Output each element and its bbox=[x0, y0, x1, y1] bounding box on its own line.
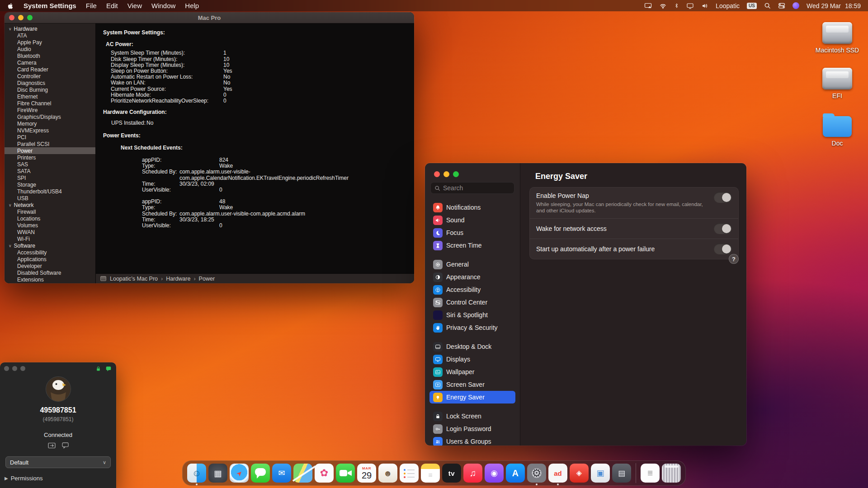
system-settings[interactable]: ⚙ bbox=[527, 464, 546, 483]
sysinfo-sidebar-item[interactable]: ∨ Accessibility bbox=[5, 249, 95, 256]
zoom-button[interactable] bbox=[453, 171, 459, 177]
active-app-menu[interactable]: System Settings bbox=[24, 2, 76, 9]
launchpad[interactable]: ▦ bbox=[208, 464, 227, 483]
sysinfo-sidebar-item[interactable]: ∨ Disabled Software bbox=[5, 269, 95, 276]
messages[interactable] bbox=[251, 464, 270, 483]
settings-sidebar-item[interactable]: Appearance bbox=[429, 271, 515, 283]
sysinfo-sidebar-item[interactable]: ∨ Thunderbolt/USB4 bbox=[5, 188, 95, 195]
maps[interactable] bbox=[293, 464, 312, 483]
sysinfo-sidebar-item[interactable]: ∨ Developer bbox=[5, 263, 95, 269]
sysinfo-sidebar-item[interactable]: ∨ Power bbox=[5, 147, 95, 154]
menu-item[interactable]: View bbox=[127, 2, 142, 9]
sysinfo-sidebar-item[interactable]: ∨ NVMExpress bbox=[5, 127, 95, 134]
sysinfo-sidebar-item[interactable]: ∨ Printers bbox=[5, 154, 95, 161]
settings-sidebar-item[interactable]: Accessibility bbox=[429, 283, 515, 296]
user-menu-label[interactable]: Loopatic bbox=[716, 2, 740, 9]
settings-sidebar-item[interactable]: Users & Groups bbox=[429, 435, 515, 446]
zoom-button[interactable] bbox=[20, 366, 25, 371]
sysinfo-sidebar-item[interactable]: ∨ SATA bbox=[5, 168, 95, 174]
music[interactable]: ♫ bbox=[463, 464, 482, 483]
sysinfo-titlebar[interactable]: Mac Pro bbox=[5, 12, 414, 23]
startup-after-failure-toggle[interactable] bbox=[714, 244, 732, 254]
utility[interactable]: ▤ bbox=[612, 464, 631, 483]
red-app[interactable]: ◈ bbox=[570, 464, 589, 483]
preview[interactable]: ▣ bbox=[591, 464, 610, 483]
chat-icon[interactable] bbox=[105, 366, 112, 374]
sysinfo-sidebar-item[interactable]: ∨ SPI bbox=[5, 174, 95, 181]
control-center-icon[interactable] bbox=[778, 2, 785, 9]
desktop-icon[interactable]: Macintosh SSD bbox=[816, 22, 859, 54]
notes[interactable]: ≡ bbox=[421, 464, 440, 483]
sysinfo-sidebar-item[interactable]: ∨ WWAN bbox=[5, 229, 95, 235]
search-input[interactable] bbox=[443, 184, 510, 192]
mail[interactable]: ✉ bbox=[272, 464, 291, 483]
close-button[interactable] bbox=[9, 15, 14, 20]
sysinfo-sidebar-item[interactable]: ∨ Card Reader bbox=[5, 66, 95, 73]
sysinfo-sidebar-item[interactable]: ∨ Fibre Channel bbox=[5, 100, 95, 107]
help-button[interactable]: ? bbox=[729, 254, 739, 264]
settings-sidebar-item[interactable]: General bbox=[429, 258, 515, 271]
disclosure-triangle-icon[interactable]: ∨ bbox=[9, 203, 12, 207]
zoom-button[interactable] bbox=[27, 15, 33, 20]
sysinfo-sidebar-item[interactable]: ∨ Network bbox=[5, 202, 95, 208]
sysinfo-sidebar-item[interactable]: ∨ Extensions bbox=[5, 276, 95, 283]
sysinfo-sidebar-item[interactable]: ∨ Applications bbox=[5, 256, 95, 263]
spotlight-search-icon[interactable] bbox=[764, 2, 771, 9]
sysinfo-sidebar-item[interactable]: ∨ Diagnostics bbox=[5, 80, 95, 86]
sysinfo-sidebar-item[interactable]: ∨ USB bbox=[5, 195, 95, 202]
display-icon[interactable] bbox=[686, 3, 694, 9]
safari[interactable]: ➤ bbox=[230, 464, 249, 483]
disclosure-triangle-icon[interactable]: ∨ bbox=[9, 27, 12, 31]
disclosure-triangle-icon[interactable]: ∨ bbox=[9, 244, 12, 248]
sysinfo-sidebar-item[interactable]: ∨ Hardware bbox=[5, 25, 95, 32]
menu-clock[interactable]: Wed 29 Mar 18:59 bbox=[807, 2, 861, 9]
minimize-button[interactable] bbox=[12, 366, 17, 371]
facetime[interactable] bbox=[336, 464, 355, 483]
tv[interactable]: tv bbox=[442, 464, 461, 483]
sysinfo-sidebar-item[interactable]: ∨ SAS bbox=[5, 161, 95, 168]
settings-sidebar-item[interactable]: Focus bbox=[429, 226, 515, 239]
photos[interactable]: ✿ bbox=[315, 464, 334, 483]
menu-item[interactable]: File bbox=[86, 2, 97, 9]
bluetooth-icon[interactable] bbox=[674, 2, 679, 9]
menu-item[interactable]: Help bbox=[185, 2, 199, 9]
input-source-badge[interactable]: US bbox=[747, 3, 757, 9]
minimize-button[interactable] bbox=[18, 15, 24, 20]
wifi-icon[interactable] bbox=[659, 3, 667, 9]
settings-sidebar-item[interactable]: Energy Saver bbox=[429, 391, 515, 404]
desktop-icon[interactable]: Doc bbox=[823, 113, 852, 147]
power-nap-toggle[interactable] bbox=[714, 192, 732, 203]
volume-icon[interactable] bbox=[701, 3, 708, 9]
settings-sidebar-item[interactable]: Notifications bbox=[429, 201, 515, 214]
menu-item[interactable]: Edit bbox=[106, 2, 118, 9]
app-store[interactable]: A bbox=[506, 464, 525, 483]
wake-network-toggle[interactable] bbox=[714, 223, 732, 234]
minimize-button[interactable] bbox=[443, 171, 449, 177]
sysinfo-sidebar-item[interactable]: ∨ Software bbox=[5, 242, 95, 249]
settings-sidebar-item[interactable]: Screen Saver bbox=[429, 378, 515, 391]
settings-sidebar-item[interactable]: Wallpaper bbox=[429, 366, 515, 378]
settings-sidebar-item[interactable]: Control Center bbox=[429, 296, 515, 309]
sysinfo-sidebar-item[interactable]: ∨ Graphics/Displays bbox=[5, 113, 95, 120]
screen-mirroring-icon[interactable] bbox=[644, 2, 652, 9]
finder[interactable]: ☺ bbox=[187, 464, 206, 483]
chat-bubble-icon[interactable] bbox=[62, 442, 69, 450]
close-button[interactable] bbox=[434, 171, 440, 177]
sysinfo-sidebar-item[interactable]: ∨ Storage bbox=[5, 181, 95, 188]
file-transfer-icon[interactable] bbox=[48, 442, 56, 450]
settings-sidebar-item[interactable]: Screen Time bbox=[429, 239, 515, 252]
settings-search-field[interactable] bbox=[430, 182, 514, 194]
purple-status-icon[interactable] bbox=[793, 2, 799, 9]
settings-sidebar-item[interactable]: Lock Screen bbox=[429, 410, 515, 422]
sysinfo-sidebar-item[interactable]: ∨ Parallel SCSI bbox=[5, 141, 95, 147]
sysinfo-sidebar-item[interactable]: ∨ Bluetooth bbox=[5, 52, 95, 59]
contacts[interactable]: ☻ bbox=[378, 464, 397, 483]
reminders[interactable] bbox=[400, 464, 419, 483]
sysinfo-sidebar-item[interactable]: ∨ Audio bbox=[5, 46, 95, 52]
profile-dropdown[interactable]: Default ∨ bbox=[5, 456, 111, 468]
permissions-disclosure[interactable]: ▶ Permissions bbox=[5, 475, 116, 482]
sysinfo-sidebar-item[interactable]: ∨ Disc Burning bbox=[5, 86, 95, 93]
settings-sidebar-item[interactable]: Privacy & Security bbox=[429, 321, 515, 334]
sysinfo-sidebar-item[interactable]: ∨ Ethernet bbox=[5, 93, 95, 100]
sysinfo-sidebar-item[interactable]: ∨ ATA bbox=[5, 32, 95, 39]
